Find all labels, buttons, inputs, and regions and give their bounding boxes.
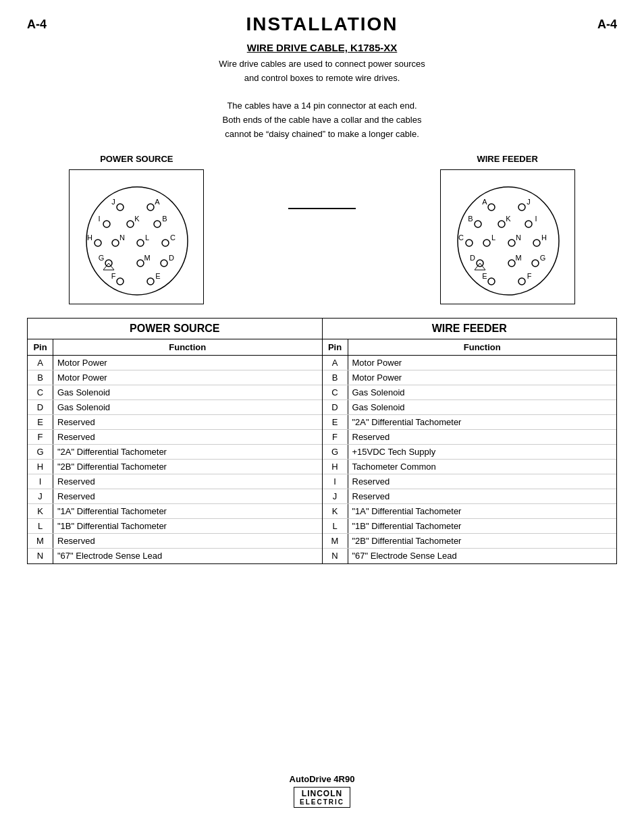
td-pin: C [28,385,53,399]
page-header: A-4 INSTALLATION A-4 [27,13,617,35]
td-pin: D [28,400,53,414]
td-func: Reserved [348,474,617,489]
table-row: E"2A" Differential Tachometer [323,415,617,430]
intro-line1: Wire drive cables are used to connect po… [219,59,425,69]
brand-name: LINCOLN [300,789,344,798]
td-pin: I [28,474,53,489]
wire-feeder-svg: A J B K I C L N [441,170,576,305]
svg-text:A: A [155,198,161,206]
table-row: FReserved [323,430,617,445]
wire-feeder-subheader: Pin Function [323,339,617,356]
table-row: K"1A" Differential Tachometer [28,504,322,519]
td-pin: I [323,474,348,489]
brand-subtitle: ELECTRIC [300,798,344,806]
table-row: G+15VDC Tech Supply [323,445,617,460]
td-pin: J [28,489,53,503]
intro-line3: The cables have a 14 pin connector at ea… [227,101,417,111]
td-func: Reserved [348,489,617,503]
svg-text:K: K [135,215,140,223]
td-pin: F [28,430,53,444]
td-func: "2A" Differential Tachometer [348,415,617,429]
svg-text:L: L [145,233,149,242]
svg-text:M: M [515,254,521,262]
page-title: INSTALLATION [47,13,597,35]
svg-text:A: A [482,198,487,206]
td-pin: E [28,415,53,429]
td-func: Gas Solenoid [53,385,322,399]
footer: AutoDrive 4R90 LINCOLN ELECTRIC [0,774,644,808]
td-pin: A [323,356,348,370]
td-pin: J [323,489,348,503]
svg-point-7 [127,221,134,227]
td-func: Gas Solenoid [53,400,322,414]
td-pin: A [28,356,53,370]
ps-pin-header: Pin [28,339,53,355]
svg-text:K: K [506,215,511,223]
td-func: Reserved [53,430,322,444]
td-func: Motor Power [348,356,617,370]
svg-point-58 [518,278,525,285]
td-pin: M [28,534,53,548]
svg-text:G: G [539,254,545,262]
svg-text:F: F [527,272,531,280]
td-pin: L [28,519,53,533]
svg-point-9 [154,221,161,227]
svg-point-22 [137,260,144,267]
td-pin: D [323,400,348,414]
wire-feeder-table: WIRE FEEDER Pin Function AMotor PowerBMo… [323,319,617,563]
svg-text:B: B [468,215,473,223]
td-func: Motor Power [348,370,617,385]
svg-text:B: B [163,215,167,223]
svg-point-54 [532,260,539,267]
svg-text:L: L [491,233,495,242]
td-func: "1A" Differential Tachometer [348,504,617,518]
svg-point-1 [117,204,124,211]
td-func: Reserved [348,430,617,444]
td-func: Tachometer Common [348,460,617,474]
td-func: "2B" Differential Tachometer [348,534,617,548]
svg-point-31 [488,204,495,211]
svg-text:H: H [541,233,547,242]
svg-point-56 [488,278,495,285]
svg-point-52 [508,260,515,267]
td-pin: G [323,445,348,459]
table-row: BMotor Power [323,370,617,385]
td-pin: B [28,370,53,385]
svg-point-3 [147,204,154,211]
intro-line4: Both ends of the cable have a collar and… [223,115,422,125]
svg-point-39 [525,221,532,227]
table-row: L"1B" Differential Tachometer [323,519,617,534]
connector-line [288,208,356,209]
table-row: JReserved [28,489,322,504]
svg-text:I: I [99,215,101,223]
svg-text:N: N [119,233,125,242]
svg-point-41 [466,240,473,246]
td-pin: L [323,519,348,533]
td-func: Reserved [53,489,322,503]
td-pin: E [323,415,348,429]
power-source-label: POWER SOURCE [100,154,173,164]
table-row: IReserved [28,474,322,489]
wire-feeder-table-title: WIRE FEEDER [323,319,617,339]
table-row: N"67" Electrode Sense Lead [28,549,322,563]
table-row: G"2A" Differential Tachometer [28,445,322,460]
table-row: CGas Solenoid [28,385,322,400]
table-row: MReserved [28,534,322,549]
table-row: FReserved [28,430,322,445]
table-row: M"2B" Differential Tachometer [323,534,617,549]
td-pin: M [323,534,348,548]
table-row: BMotor Power [28,370,322,385]
svg-point-17 [162,240,169,246]
td-pin: B [323,370,348,385]
td-func: Reserved [53,534,322,548]
power-source-table-title: POWER SOURCE [28,319,322,339]
svg-point-13 [112,240,119,246]
svg-text:M: M [144,254,151,262]
power-source-connector-box: J A I K B H N L [69,169,204,304]
svg-point-37 [498,221,505,227]
svg-text:C: C [458,233,464,242]
svg-point-35 [475,221,481,227]
td-pin: N [323,549,348,563]
wf-pin-header: Pin [323,339,348,355]
power-source-diagram: POWER SOURCE J A I K B [69,154,204,304]
